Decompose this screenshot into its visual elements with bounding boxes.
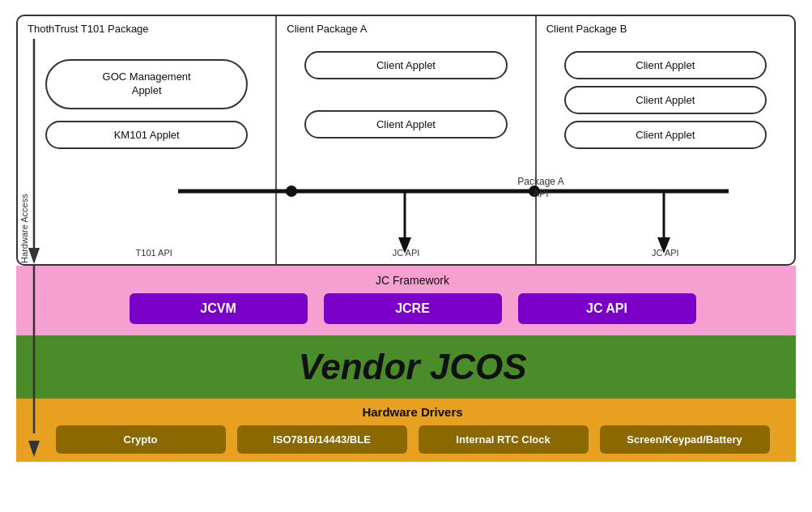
client-applet-b1: Client Applet bbox=[564, 51, 767, 79]
applets-section: ThothTrust T101 Package GOC ManagementAp… bbox=[16, 15, 796, 266]
hw-boxes-row: Crypto ISO7816/14443/BLE Internal RTC Cl… bbox=[45, 425, 780, 454]
hw-arrow-end bbox=[16, 399, 45, 462]
package-col-3-label: Client Package B bbox=[546, 23, 627, 35]
iso7816-box: ISO7816/14443/BLE bbox=[237, 425, 407, 454]
package-col-1: ThothTrust T101 Package GOC ManagementAp… bbox=[18, 16, 277, 264]
jcre-box: JCRE bbox=[324, 293, 502, 324]
hw-drivers-label: Hardware Drivers bbox=[362, 405, 462, 419]
vendor-jcos-section: Vendor JCOS bbox=[16, 335, 796, 399]
hw-arrow-continuation-jcos bbox=[16, 335, 45, 399]
screen-box: Screen/Keypad/Battery bbox=[600, 425, 770, 454]
jc-boxes-row: JCVM JCRE JC API bbox=[45, 293, 780, 324]
rtc-box: Internal RTC Clock bbox=[419, 425, 589, 454]
package-col-2: Client Package A Client Applet Client Ap… bbox=[277, 16, 536, 264]
main-container: ThothTrust T101 Package GOC ManagementAp… bbox=[0, 0, 812, 512]
package-col-3: Client Package B Client Applet Client Ap… bbox=[537, 16, 794, 264]
km101-applet: KM101 Applet bbox=[45, 121, 248, 149]
client-applet-b2: Client Applet bbox=[564, 86, 767, 114]
client-applet-b3: Client Applet bbox=[564, 121, 767, 149]
jcapi-box: JC API bbox=[518, 293, 696, 324]
svg-marker-16 bbox=[28, 441, 40, 457]
package-col-1-label: ThothTrust T101 Package bbox=[28, 23, 149, 35]
jc-api-label-a: JC API bbox=[393, 248, 420, 258]
t101-api-label: T101 API bbox=[136, 248, 172, 258]
vendor-jcos-label: Vendor JCOS bbox=[299, 347, 527, 387]
hw-arrow-continuation-jcf bbox=[16, 266, 45, 335]
goc-applet: GOC ManagementApplet bbox=[45, 59, 248, 109]
client-applet-a2: Client Applet bbox=[304, 110, 507, 139]
hw-drivers-section: Hardware Drivers Crypto ISO7816/14443/BL… bbox=[16, 399, 796, 462]
jc-framework-section: JC Framework JCVM JCRE JC API bbox=[16, 266, 796, 335]
jc-framework-label: JC Framework bbox=[376, 274, 449, 287]
jc-api-label-b: JC API bbox=[652, 248, 679, 258]
client-applet-a1: Client Applet bbox=[304, 51, 507, 79]
package-col-2-label: Client Package A bbox=[287, 23, 367, 35]
crypto-box: Crypto bbox=[56, 425, 226, 454]
jcvm-box: JCVM bbox=[130, 293, 308, 324]
